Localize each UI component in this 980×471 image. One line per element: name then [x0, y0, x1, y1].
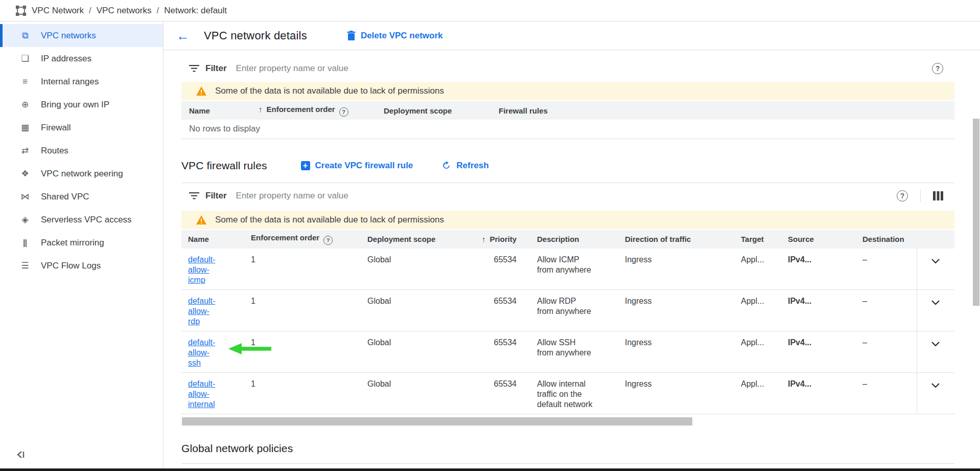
- sidebar-item-ip-addresses[interactable]: ❏ IP addresses: [0, 47, 163, 70]
- filter-icon: [189, 65, 199, 72]
- column-header-expand: [917, 230, 954, 249]
- sidebar-item-vpc-networks[interactable]: ⧉ VPC networks: [0, 24, 163, 47]
- annotation-arrow-icon: [228, 343, 271, 357]
- column-header-enforcement-order[interactable]: Enforcement order?: [243, 230, 359, 249]
- serverless-vpc-access-icon: ◈: [18, 214, 31, 225]
- trash-icon: [347, 31, 356, 40]
- sort-ascending-icon: ↑: [259, 105, 263, 114]
- warning-text: Some of the data is not available due to…: [215, 86, 444, 96]
- delete-vpc-network-button[interactable]: Delete VPC network: [347, 31, 443, 41]
- routes-icon: ⇄: [18, 145, 31, 156]
- page-header: ← VPC network details Delete VPC network: [164, 21, 980, 50]
- help-icon[interactable]: ?: [897, 190, 908, 201]
- cell-enforcement-order: 1: [243, 249, 359, 290]
- help-icon[interactable]: ?: [323, 236, 333, 245]
- column-header-direction-of-traffic: Direction of traffic: [617, 230, 733, 249]
- column-header-priority[interactable]: ↑Priority: [465, 230, 529, 249]
- sidebar-item-internal-ranges[interactable]: ≡ Internal ranges: [0, 70, 163, 93]
- vpc-networks-icon: ⧉: [18, 31, 31, 41]
- breadcrumb: VPC Network / VPC networks / Network: de…: [0, 0, 980, 21]
- divider: [920, 189, 921, 203]
- cell-source: IPv4...: [780, 331, 854, 372]
- column-header-deployment-scope: Deployment scope: [376, 101, 491, 120]
- permissions-warning-banner: Some of the data is not available due to…: [181, 82, 954, 100]
- vpc-flow-logs-icon: ☰: [18, 260, 31, 271]
- filter-bar-network-firewall-policies: Filter Enter property name or value ?: [181, 58, 954, 79]
- column-header-target: Target: [733, 230, 780, 249]
- help-icon[interactable]: ?: [932, 63, 943, 74]
- bring-your-own-ip-icon: ⊕: [18, 99, 31, 110]
- firewall-rule-row: default-allow-ssh 1 Global 65534: [181, 331, 954, 372]
- expand-row-chevron-down-icon[interactable]: [931, 380, 940, 390]
- filter-bar-vpc-firewall-rules: Filter Enter property name or value ?: [181, 183, 954, 209]
- create-vpc-firewall-rule-button[interactable]: + Create VPC firewall rule: [301, 161, 413, 171]
- sidebar-item-serverless-vpc-access[interactable]: ◈ Serverless VPC access: [0, 208, 163, 231]
- vpc-firewall-rules-card: Filter Enter property name or value ?: [181, 183, 954, 426]
- main-panel: ← VPC network details Delete VPC network…: [164, 21, 980, 468]
- refresh-button[interactable]: Refresh: [441, 161, 488, 171]
- cell-destination: –: [854, 372, 917, 414]
- cell-deployment-scope: Global: [359, 289, 465, 331]
- breadcrumb-item-vpc-networks[interactable]: VPC networks: [97, 6, 152, 16]
- collapse-sidebar-icon[interactable]: [15, 449, 27, 460]
- column-header-description: Description: [529, 230, 617, 249]
- sidebar-item-shared-vpc[interactable]: ⋈ Shared VPC: [0, 185, 163, 208]
- column-display-options-icon[interactable]: [933, 191, 943, 200]
- firewall-rule-name-link[interactable]: default-allow-icmp: [188, 255, 221, 285]
- back-arrow-icon[interactable]: ←: [176, 29, 186, 42]
- expand-row-chevron-down-icon[interactable]: [931, 339, 940, 349]
- sidebar-item-vpc-flow-logs[interactable]: ☰ VPC Flow Logs: [0, 254, 163, 277]
- cell-target: Appl...: [733, 249, 780, 290]
- filter-input[interactable]: Enter property name or value: [236, 191, 954, 201]
- sidebar-item-routes[interactable]: ⇄ Routes: [0, 139, 163, 162]
- cell-target: Appl...: [733, 289, 780, 331]
- cell-destination: –: [854, 331, 917, 372]
- network-firewall-policies-table: Name ↑Enforcement order? Deployment scop…: [181, 101, 954, 139]
- sidebar-item-vpc-network-peering[interactable]: ❖ VPC network peering: [0, 162, 163, 185]
- firewall-icon: ▦: [18, 122, 31, 133]
- column-header-deployment-scope: Deployment scope: [359, 230, 465, 249]
- expand-row-chevron-down-icon[interactable]: [931, 297, 940, 307]
- section-title: Global network policies: [181, 442, 293, 455]
- expand-row-chevron-down-icon[interactable]: [931, 256, 940, 266]
- cell-source: IPv4...: [780, 289, 854, 331]
- cell-description: Allow RDP from anywhere: [529, 289, 617, 331]
- help-icon[interactable]: ?: [339, 107, 348, 117]
- sort-ascending-icon: ↑: [482, 235, 486, 243]
- shared-vpc-icon: ⋈: [18, 191, 31, 202]
- cell-target: Appl...: [733, 331, 780, 372]
- horizontal-scrollbar-thumb[interactable]: [182, 417, 692, 425]
- warning-text: Some of the data is not available due to…: [215, 215, 444, 225]
- filter-input[interactable]: Enter property name or value: [236, 63, 954, 74]
- cell-direction-of-traffic: Ingress: [617, 331, 733, 372]
- filter-label: Filter: [205, 63, 227, 74]
- cell-priority: 65534: [465, 331, 529, 372]
- horizontal-scrollbar: [181, 417, 954, 426]
- filter-icon: [189, 192, 199, 199]
- vpc-firewall-rules-table: Name Enforcement order? Deployment scope…: [181, 230, 954, 414]
- breadcrumb-item-vpc-network[interactable]: VPC Network: [32, 6, 84, 16]
- cell-destination: –: [854, 249, 917, 290]
- firewall-rule-name-link[interactable]: default-allow-ssh: [188, 338, 221, 368]
- cell-description: Allow SSH from anywhere: [529, 331, 617, 372]
- ip-addresses-icon: ❏: [18, 53, 31, 64]
- cell-direction-of-traffic: Ingress: [617, 249, 733, 290]
- firewall-rule-name-link[interactable]: default-allow-internal: [188, 379, 221, 410]
- section-title: VPC firewall rules: [181, 160, 267, 172]
- breadcrumb-separator: /: [156, 6, 159, 16]
- column-header-name: Name: [181, 230, 243, 249]
- vertical-scrollbar-thumb[interactable]: [973, 119, 979, 306]
- sidebar-item-firewall[interactable]: ▦ Firewall: [0, 116, 163, 139]
- permissions-warning-banner: Some of the data is not available due to…: [181, 211, 954, 229]
- vpc-network-peering-icon: ❖: [18, 168, 31, 179]
- filter-label: Filter: [205, 191, 227, 201]
- sidebar-item-bring-your-own-ip[interactable]: ⊕ Bring your own IP: [0, 93, 163, 116]
- column-header-enforcement-order[interactable]: ↑Enforcement order?: [250, 101, 376, 120]
- sidebar-item-packet-mirroring[interactable]: ||| Packet mirroring: [0, 231, 163, 254]
- cell-deployment-scope: Global: [359, 331, 465, 372]
- cell-target: Appl...: [733, 372, 780, 414]
- cell-deployment-scope: Global: [359, 372, 465, 414]
- internal-ranges-icon: ≡: [18, 77, 31, 87]
- firewall-rule-name-link[interactable]: default-allow-rdp: [188, 296, 221, 327]
- cell-priority: 65534: [465, 289, 529, 331]
